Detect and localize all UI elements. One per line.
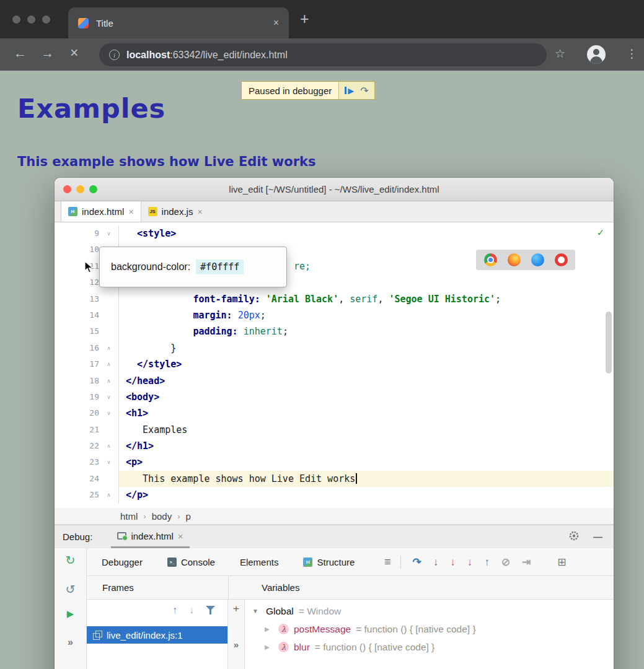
- line-number[interactable]: 9: [55, 225, 99, 242]
- add-watch-button[interactable]: +: [228, 603, 244, 615]
- bookmark-star-icon[interactable]: ☆: [555, 46, 565, 61]
- code-text[interactable]: </h1>: [119, 438, 614, 454]
- profile-avatar[interactable]: [587, 45, 606, 64]
- debug-tab-console[interactable]: >_Console: [167, 557, 215, 567]
- window-zoom-button[interactable]: [42, 15, 50, 24]
- code-line-16[interactable]: 16∧ }: [55, 340, 614, 356]
- code-line-25[interactable]: 25∧</p>: [55, 487, 614, 503]
- mute-breakpoints-icon[interactable]: ⊘: [501, 556, 510, 569]
- window-minimize-button[interactable]: [27, 15, 35, 24]
- editor-tab-close-icon[interactable]: ×: [128, 207, 133, 217]
- tab-close-icon[interactable]: ×: [273, 17, 279, 28]
- expand-closed-icon[interactable]: ▶: [265, 644, 273, 650]
- line-number[interactable]: 14: [55, 307, 99, 323]
- line-number[interactable]: 21: [55, 422, 99, 438]
- settings-gear-icon[interactable]: [568, 530, 580, 544]
- step-over-button[interactable]: ↷: [360, 85, 368, 97]
- code-text[interactable]: padding: inherit;: [119, 323, 614, 339]
- code-line-23[interactable]: 23∨<p>: [55, 454, 614, 470]
- fold-up-icon[interactable]: ∧: [99, 373, 119, 389]
- ide-zoom-button[interactable]: [89, 185, 97, 193]
- code-text[interactable]: <body>: [119, 389, 614, 405]
- code-text[interactable]: Examples: [119, 422, 614, 438]
- drop-frame-icon[interactable]: ↓: [467, 556, 473, 569]
- site-info-icon[interactable]: i: [109, 50, 120, 60]
- code-text[interactable]: margin: 20px;: [119, 307, 614, 323]
- code-line-9[interactable]: 9∨ <style>: [55, 225, 614, 242]
- line-number[interactable]: 17: [55, 356, 99, 372]
- resume-script-button[interactable]: ▶: [345, 86, 354, 95]
- filter-icon[interactable]: [206, 606, 215, 614]
- code-line-20[interactable]: 20∨<h1>: [55, 405, 614, 421]
- breadcrumb-html[interactable]: html: [120, 511, 138, 522]
- debug-tab-elements[interactable]: Elements: [240, 557, 279, 567]
- line-number[interactable]: 22: [55, 438, 99, 454]
- address-bar[interactable]: i localhost:63342/live_edit/index.html: [99, 43, 547, 66]
- code-editor[interactable]: 9∨ <style>1011 re;1213 font-family: 'Ari…: [55, 222, 614, 508]
- step-into-icon[interactable]: ↓: [433, 556, 439, 569]
- new-tab-button[interactable]: +: [300, 10, 309, 28]
- editor-scrollbar[interactable]: [606, 312, 612, 374]
- debug-session-tab[interactable]: index.html ×: [111, 525, 189, 548]
- safari-icon[interactable]: [531, 253, 544, 266]
- expand-open-icon[interactable]: ▼: [252, 608, 261, 614]
- fold-up-icon[interactable]: ∧: [99, 438, 119, 454]
- editor-tab-index.js[interactable]: JSindex.js×: [141, 201, 210, 222]
- back-button[interactable]: ←: [14, 46, 27, 61]
- fold-up-icon[interactable]: ∧: [99, 340, 119, 356]
- hide-toolwindow-icon[interactable]: —: [593, 531, 602, 542]
- run-to-cursor-icon[interactable]: ⇥: [522, 556, 531, 569]
- editor-tab-close-icon[interactable]: ×: [197, 207, 202, 217]
- code-text[interactable]: }: [119, 340, 614, 356]
- fold-down-icon[interactable]: ∨: [99, 454, 119, 470]
- code-line-15[interactable]: 15 padding: inherit;: [55, 323, 614, 339]
- line-number[interactable]: 16: [55, 340, 99, 356]
- ide-titlebar[interactable]: live_edit [~/WS/untitled] - ~/WS/live_ed…: [55, 178, 614, 201]
- expand-closed-icon[interactable]: ▶: [265, 626, 273, 632]
- code-line-24[interactable]: 24 This example shows how Live Edit work…: [55, 471, 614, 487]
- browser-tab[interactable]: Title ×: [68, 7, 289, 38]
- code-text[interactable]: </head>: [119, 373, 614, 389]
- chrome-icon[interactable]: [484, 253, 497, 266]
- code-text[interactable]: <h1>: [119, 405, 614, 421]
- forward-button[interactable]: →: [41, 46, 54, 61]
- stop-button[interactable]: ×: [70, 45, 78, 61]
- code-line-21[interactable]: 21 Examples: [55, 422, 614, 438]
- debug-tab-debugger[interactable]: Debugger: [102, 557, 143, 567]
- line-number[interactable]: 18: [55, 373, 99, 389]
- firefox-icon[interactable]: [508, 253, 521, 266]
- selected-frame-row[interactable]: live_edit/index.js:1: [87, 626, 227, 644]
- code-line-18[interactable]: 18∧</head>: [55, 373, 614, 389]
- line-number[interactable]: 23: [55, 454, 99, 470]
- debug-more-options-button[interactable]: »: [55, 635, 86, 650]
- step-out-icon[interactable]: ↑: [484, 556, 490, 569]
- debug-tab-structure[interactable]: HStructure: [303, 557, 355, 567]
- line-number[interactable]: 13: [55, 291, 99, 307]
- browser-menu-icon[interactable]: ⋮: [626, 46, 638, 61]
- line-number[interactable]: 20: [55, 405, 99, 421]
- ide-close-button[interactable]: [63, 185, 71, 193]
- code-text[interactable]: </p>: [119, 487, 614, 503]
- force-step-into-icon[interactable]: ↓: [450, 556, 456, 569]
- line-number[interactable]: 25: [55, 487, 99, 503]
- code-line-13[interactable]: 13 font-family: 'Arial Black', serif, 'S…: [55, 291, 614, 307]
- code-text[interactable]: This example shows how Live Edit works: [119, 471, 614, 487]
- frame-up-icon[interactable]: ↑: [172, 605, 177, 616]
- line-number[interactable]: 24: [55, 471, 99, 487]
- breadcrumb-p[interactable]: p: [186, 511, 191, 522]
- layout-settings-icon[interactable]: ⊞: [557, 556, 566, 569]
- code-text[interactable]: <p>: [119, 454, 614, 470]
- view-options-icon[interactable]: ≡: [384, 556, 401, 569]
- variable-row-blur[interactable]: ▶λblur= function () { [native code] }: [245, 638, 614, 656]
- debug-tab-close-icon[interactable]: ×: [178, 531, 183, 541]
- opera-icon[interactable]: [555, 253, 568, 266]
- fold-up-icon[interactable]: ∧: [99, 487, 119, 503]
- code-line-22[interactable]: 22∧</h1>: [55, 438, 614, 454]
- window-close-button[interactable]: [12, 15, 20, 24]
- frame-down-icon[interactable]: ↓: [189, 605, 194, 616]
- debug-resume-button[interactable]: ▶: [55, 606, 86, 621]
- variable-row-postMessage[interactable]: ▶λpostMessage= function () { [native cod…: [245, 620, 614, 638]
- url-text[interactable]: localhost:63342/live_edit/index.html: [126, 50, 288, 61]
- line-number[interactable]: 12: [55, 274, 99, 291]
- variable-row-Global[interactable]: ▼Global= Window: [245, 602, 614, 620]
